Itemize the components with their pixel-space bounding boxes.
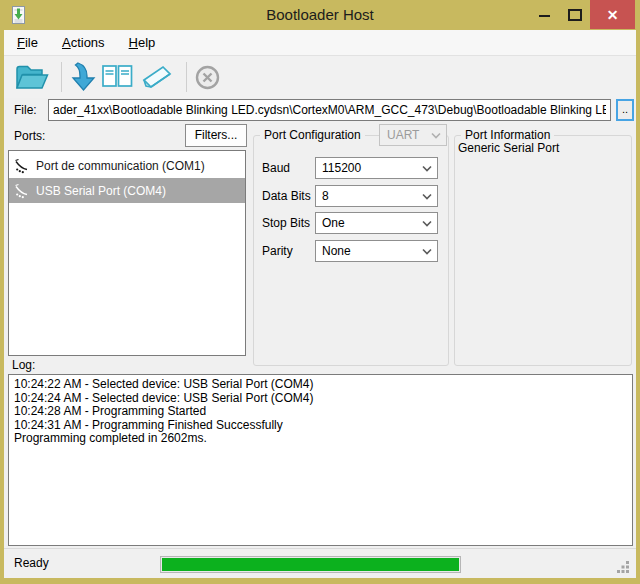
statusbar: Ready: [4, 548, 636, 578]
menubar: File Actions Help: [4, 30, 636, 56]
status-text: Ready: [14, 556, 49, 570]
log-label: Log:: [12, 358, 35, 372]
port-item-com1[interactable]: Port de communication (COM1): [9, 153, 245, 178]
folder-open-icon: [14, 63, 50, 92]
close-button[interactable]: ✕: [590, 0, 635, 29]
toolbar-separator: [186, 62, 187, 92]
abort-button: [194, 59, 221, 95]
minimize-button[interactable]: [529, 0, 559, 29]
maximize-icon: [568, 9, 582, 21]
log-output[interactable]: 10:24:22 AM - Selected device: USB Seria…: [8, 374, 633, 546]
stop-bits-label: Stop Bits: [262, 216, 310, 230]
menu-file[interactable]: File: [6, 30, 49, 55]
chevron-down-icon: [422, 165, 432, 173]
maximize-button[interactable]: [559, 0, 590, 29]
stop-bits-select[interactable]: One: [315, 212, 438, 234]
port-information-text: Generic Serial Port: [458, 141, 559, 155]
log-entry: 10:24:22 AM - Selected device: USB Seria…: [14, 378, 627, 392]
download-arrow-icon: [69, 61, 97, 93]
window-controls: ✕: [529, 0, 635, 29]
open-file-button[interactable]: [14, 59, 50, 95]
chevron-down-icon: [422, 220, 432, 228]
serial-port-icon: [14, 158, 29, 174]
log-entry: Programming completed in 2602ms.: [14, 432, 627, 446]
ports-label: Ports:: [14, 129, 45, 143]
browse-button[interactable]: ..: [616, 99, 634, 121]
abort-circle-icon: [194, 64, 221, 91]
progress-bar: [160, 556, 461, 573]
baud-select[interactable]: 115200: [315, 157, 438, 179]
log-entry: 10:24:24 AM - Selected device: USB Seria…: [14, 392, 627, 406]
port-configuration-title: Port Configuration: [260, 128, 365, 142]
log-entry: 10:24:28 AM - Programming Started: [14, 405, 627, 419]
progress-fill: [162, 558, 459, 571]
eraser-icon: [138, 63, 175, 91]
log-entry: 10:24:31 AM - Programming Finished Succe…: [14, 419, 627, 433]
verify-button[interactable]: [101, 59, 134, 95]
filters-button[interactable]: Filters...: [185, 124, 247, 147]
port-information-group: [454, 135, 632, 366]
port-information-title: Port Information: [461, 128, 554, 142]
resize-grip-icon[interactable]: [617, 560, 630, 573]
serial-port-icon: [14, 183, 29, 199]
data-bits-select[interactable]: 8: [315, 185, 438, 207]
file-label: File:: [14, 103, 37, 117]
menu-help[interactable]: Help: [118, 30, 167, 55]
chevron-down-icon: [431, 132, 441, 140]
documents-icon: [101, 63, 134, 91]
port-item-label: Port de communication (COM1): [36, 159, 205, 173]
baud-label: Baud: [262, 161, 290, 175]
program-button[interactable]: [69, 59, 97, 95]
port-item-com4[interactable]: USB Serial Port (COM4): [9, 178, 245, 203]
parity-select[interactable]: None: [315, 240, 438, 262]
erase-button[interactable]: [138, 59, 175, 95]
port-item-label: USB Serial Port (COM4): [36, 184, 166, 198]
file-path-input[interactable]: [48, 99, 611, 121]
toolbar: [4, 56, 636, 98]
minimize-icon: [539, 15, 550, 17]
close-icon: ✕: [607, 7, 619, 23]
bootloader-host-window: Bootloader Host ✕ File Actions Help: [0, 0, 640, 584]
protocol-select: UART: [379, 124, 447, 146]
parity-label: Parity: [262, 244, 293, 258]
data-bits-label: Data Bits: [262, 189, 311, 203]
chevron-down-icon: [422, 193, 432, 201]
titlebar: Bootloader Host ✕: [0, 0, 640, 30]
menu-actions[interactable]: Actions: [51, 30, 116, 55]
chevron-down-icon: [422, 248, 432, 256]
toolbar-separator: [61, 62, 62, 92]
ports-list: Port de communication (COM1) USB Serial …: [8, 150, 246, 356]
